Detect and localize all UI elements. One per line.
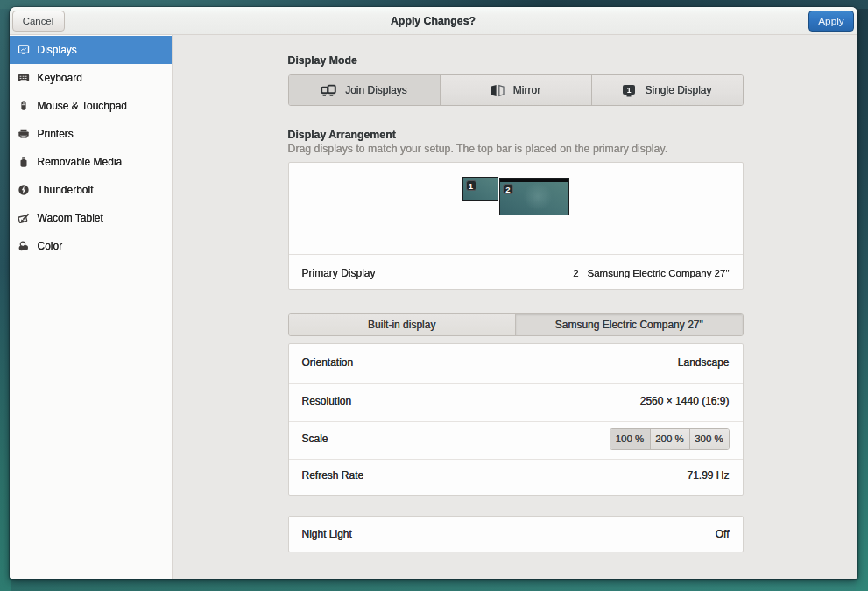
svg-text:1: 1	[627, 85, 632, 94]
